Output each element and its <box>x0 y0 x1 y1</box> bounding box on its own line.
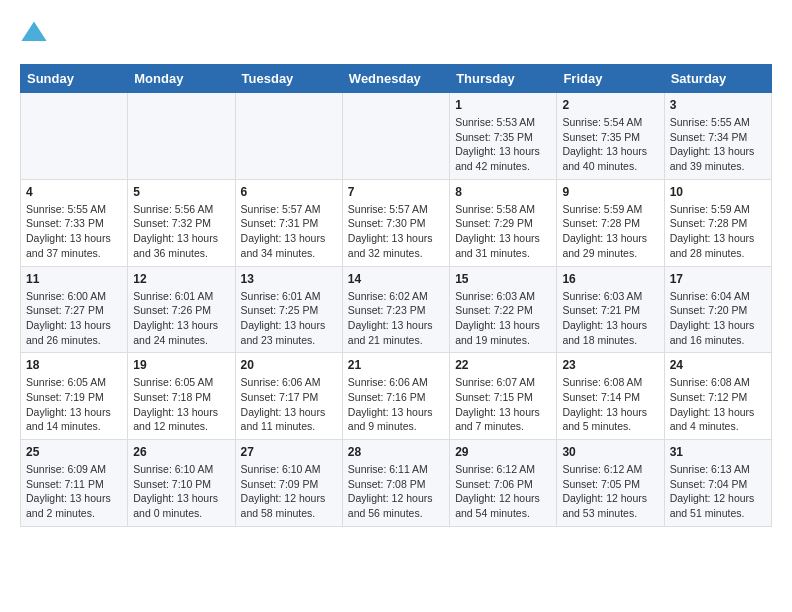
day-number: 11 <box>26 272 122 286</box>
calendar-cell: 17Sunrise: 6:04 AMSunset: 7:20 PMDayligh… <box>664 266 771 353</box>
weekday-header-saturday: Saturday <box>664 65 771 93</box>
calendar-cell: 27Sunrise: 6:10 AMSunset: 7:09 PMDayligh… <box>235 440 342 527</box>
calendar-cell: 13Sunrise: 6:01 AMSunset: 7:25 PMDayligh… <box>235 266 342 353</box>
day-info: Sunrise: 5:55 AMSunset: 7:33 PMDaylight:… <box>26 202 122 261</box>
day-number: 13 <box>241 272 337 286</box>
day-info: Sunrise: 6:08 AMSunset: 7:14 PMDaylight:… <box>562 375 658 434</box>
day-info: Sunrise: 5:59 AMSunset: 7:28 PMDaylight:… <box>670 202 766 261</box>
calendar-cell <box>235 93 342 180</box>
day-number: 10 <box>670 185 766 199</box>
day-number: 2 <box>562 98 658 112</box>
calendar-cell: 16Sunrise: 6:03 AMSunset: 7:21 PMDayligh… <box>557 266 664 353</box>
calendar-cell: 22Sunrise: 6:07 AMSunset: 7:15 PMDayligh… <box>450 353 557 440</box>
day-info: Sunrise: 5:53 AMSunset: 7:35 PMDaylight:… <box>455 115 551 174</box>
calendar-week-5: 25Sunrise: 6:09 AMSunset: 7:11 PMDayligh… <box>21 440 772 527</box>
calendar-cell: 21Sunrise: 6:06 AMSunset: 7:16 PMDayligh… <box>342 353 449 440</box>
day-number: 9 <box>562 185 658 199</box>
calendar-cell: 5Sunrise: 5:56 AMSunset: 7:32 PMDaylight… <box>128 179 235 266</box>
day-info: Sunrise: 5:58 AMSunset: 7:29 PMDaylight:… <box>455 202 551 261</box>
day-info: Sunrise: 6:08 AMSunset: 7:12 PMDaylight:… <box>670 375 766 434</box>
day-number: 28 <box>348 445 444 459</box>
day-info: Sunrise: 6:10 AMSunset: 7:10 PMDaylight:… <box>133 462 229 521</box>
day-info: Sunrise: 5:57 AMSunset: 7:31 PMDaylight:… <box>241 202 337 261</box>
day-info: Sunrise: 6:06 AMSunset: 7:16 PMDaylight:… <box>348 375 444 434</box>
day-number: 27 <box>241 445 337 459</box>
calendar-cell: 1Sunrise: 5:53 AMSunset: 7:35 PMDaylight… <box>450 93 557 180</box>
day-number: 7 <box>348 185 444 199</box>
calendar-table: SundayMondayTuesdayWednesdayThursdayFrid… <box>20 64 772 527</box>
calendar-cell: 20Sunrise: 6:06 AMSunset: 7:17 PMDayligh… <box>235 353 342 440</box>
header-row: SundayMondayTuesdayWednesdayThursdayFrid… <box>21 65 772 93</box>
calendar-cell: 7Sunrise: 5:57 AMSunset: 7:30 PMDaylight… <box>342 179 449 266</box>
day-number: 24 <box>670 358 766 372</box>
day-info: Sunrise: 6:01 AMSunset: 7:26 PMDaylight:… <box>133 289 229 348</box>
weekday-header-monday: Monday <box>128 65 235 93</box>
day-info: Sunrise: 6:12 AMSunset: 7:06 PMDaylight:… <box>455 462 551 521</box>
calendar-cell: 19Sunrise: 6:05 AMSunset: 7:18 PMDayligh… <box>128 353 235 440</box>
calendar-cell: 31Sunrise: 6:13 AMSunset: 7:04 PMDayligh… <box>664 440 771 527</box>
weekday-header-sunday: Sunday <box>21 65 128 93</box>
day-number: 5 <box>133 185 229 199</box>
calendar-week-1: 1Sunrise: 5:53 AMSunset: 7:35 PMDaylight… <box>21 93 772 180</box>
day-number: 18 <box>26 358 122 372</box>
day-number: 31 <box>670 445 766 459</box>
day-info: Sunrise: 6:13 AMSunset: 7:04 PMDaylight:… <box>670 462 766 521</box>
day-info: Sunrise: 6:05 AMSunset: 7:18 PMDaylight:… <box>133 375 229 434</box>
calendar-cell: 11Sunrise: 6:00 AMSunset: 7:27 PMDayligh… <box>21 266 128 353</box>
calendar-body: 1Sunrise: 5:53 AMSunset: 7:35 PMDaylight… <box>21 93 772 527</box>
day-number: 3 <box>670 98 766 112</box>
calendar-week-4: 18Sunrise: 6:05 AMSunset: 7:19 PMDayligh… <box>21 353 772 440</box>
day-info: Sunrise: 6:04 AMSunset: 7:20 PMDaylight:… <box>670 289 766 348</box>
day-number: 21 <box>348 358 444 372</box>
day-number: 30 <box>562 445 658 459</box>
day-info: Sunrise: 6:10 AMSunset: 7:09 PMDaylight:… <box>241 462 337 521</box>
logo-icon <box>20 20 48 48</box>
calendar-cell: 15Sunrise: 6:03 AMSunset: 7:22 PMDayligh… <box>450 266 557 353</box>
svg-marker-0 <box>21 21 46 41</box>
calendar-cell: 2Sunrise: 5:54 AMSunset: 7:35 PMDaylight… <box>557 93 664 180</box>
day-info: Sunrise: 6:11 AMSunset: 7:08 PMDaylight:… <box>348 462 444 521</box>
calendar-cell: 29Sunrise: 6:12 AMSunset: 7:06 PMDayligh… <box>450 440 557 527</box>
weekday-header-tuesday: Tuesday <box>235 65 342 93</box>
day-info: Sunrise: 6:05 AMSunset: 7:19 PMDaylight:… <box>26 375 122 434</box>
weekday-header-wednesday: Wednesday <box>342 65 449 93</box>
day-number: 22 <box>455 358 551 372</box>
calendar-cell: 9Sunrise: 5:59 AMSunset: 7:28 PMDaylight… <box>557 179 664 266</box>
weekday-header-thursday: Thursday <box>450 65 557 93</box>
day-number: 12 <box>133 272 229 286</box>
day-info: Sunrise: 5:55 AMSunset: 7:34 PMDaylight:… <box>670 115 766 174</box>
calendar-week-2: 4Sunrise: 5:55 AMSunset: 7:33 PMDaylight… <box>21 179 772 266</box>
page-header <box>20 20 772 48</box>
day-number: 16 <box>562 272 658 286</box>
calendar-cell: 18Sunrise: 6:05 AMSunset: 7:19 PMDayligh… <box>21 353 128 440</box>
day-info: Sunrise: 6:12 AMSunset: 7:05 PMDaylight:… <box>562 462 658 521</box>
calendar-cell: 28Sunrise: 6:11 AMSunset: 7:08 PMDayligh… <box>342 440 449 527</box>
day-number: 4 <box>26 185 122 199</box>
calendar-cell: 4Sunrise: 5:55 AMSunset: 7:33 PMDaylight… <box>21 179 128 266</box>
day-info: Sunrise: 6:00 AMSunset: 7:27 PMDaylight:… <box>26 289 122 348</box>
calendar-cell: 26Sunrise: 6:10 AMSunset: 7:10 PMDayligh… <box>128 440 235 527</box>
day-info: Sunrise: 5:57 AMSunset: 7:30 PMDaylight:… <box>348 202 444 261</box>
calendar-cell <box>128 93 235 180</box>
day-number: 1 <box>455 98 551 112</box>
day-number: 14 <box>348 272 444 286</box>
calendar-cell: 30Sunrise: 6:12 AMSunset: 7:05 PMDayligh… <box>557 440 664 527</box>
calendar-cell: 6Sunrise: 5:57 AMSunset: 7:31 PMDaylight… <box>235 179 342 266</box>
day-info: Sunrise: 6:02 AMSunset: 7:23 PMDaylight:… <box>348 289 444 348</box>
calendar-cell: 12Sunrise: 6:01 AMSunset: 7:26 PMDayligh… <box>128 266 235 353</box>
calendar-cell: 25Sunrise: 6:09 AMSunset: 7:11 PMDayligh… <box>21 440 128 527</box>
calendar-header: SundayMondayTuesdayWednesdayThursdayFrid… <box>21 65 772 93</box>
calendar-cell: 8Sunrise: 5:58 AMSunset: 7:29 PMDaylight… <box>450 179 557 266</box>
day-info: Sunrise: 6:09 AMSunset: 7:11 PMDaylight:… <box>26 462 122 521</box>
day-info: Sunrise: 6:06 AMSunset: 7:17 PMDaylight:… <box>241 375 337 434</box>
day-number: 23 <box>562 358 658 372</box>
calendar-cell: 14Sunrise: 6:02 AMSunset: 7:23 PMDayligh… <box>342 266 449 353</box>
day-info: Sunrise: 5:54 AMSunset: 7:35 PMDaylight:… <box>562 115 658 174</box>
day-number: 26 <box>133 445 229 459</box>
day-number: 6 <box>241 185 337 199</box>
day-info: Sunrise: 5:59 AMSunset: 7:28 PMDaylight:… <box>562 202 658 261</box>
calendar-cell: 24Sunrise: 6:08 AMSunset: 7:12 PMDayligh… <box>664 353 771 440</box>
day-number: 19 <box>133 358 229 372</box>
day-info: Sunrise: 6:03 AMSunset: 7:22 PMDaylight:… <box>455 289 551 348</box>
day-info: Sunrise: 6:03 AMSunset: 7:21 PMDaylight:… <box>562 289 658 348</box>
